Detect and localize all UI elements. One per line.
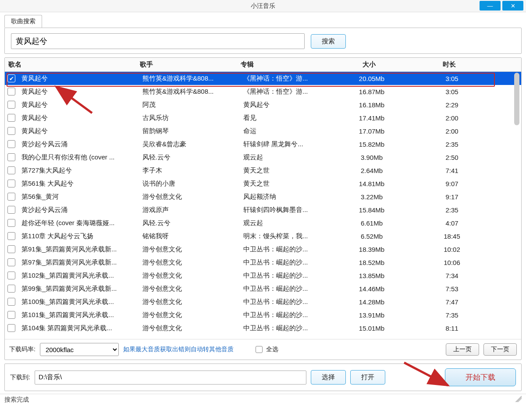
cell-size: 17.41Mb	[333, 112, 411, 124]
col-name[interactable]: 歌名	[5, 58, 136, 71]
select-all-checkbox[interactable]	[256, 346, 263, 353]
table-row[interactable]: 趁你还年轻 (cover 秦海璐薇娅...风轻.云兮观云起6.61Mb4:07	[5, 216, 521, 229]
table-row[interactable]: 黄风起兮留韵钢琴命运17.07Mb2:00	[5, 124, 521, 138]
window-title: 小汪音乐	[251, 2, 275, 10]
cell-name: 黄风起兮	[18, 124, 139, 138]
cell-artist: 游兮创意文化	[139, 243, 240, 256]
cell-artist: 吴欣睿&曾志豪	[139, 138, 240, 151]
row-checkbox[interactable]	[7, 311, 15, 319]
table-row[interactable]: 黄风起兮熊竹英&游戏科学&808...《黑神话：悟空》游...16.87Mb3:…	[5, 85, 521, 98]
cell-name: 黄风起兮	[18, 98, 139, 112]
scrollbar-thumb[interactable]	[514, 73, 519, 125]
cell-name: 黄风起兮	[18, 85, 139, 99]
cell-name: 第97集_第四篇黄河风光承载新...	[18, 256, 139, 269]
row-checkbox[interactable]	[7, 193, 15, 201]
row-checkbox[interactable]	[7, 232, 15, 240]
cell-duration: 2:29	[411, 99, 493, 111]
col-size[interactable]: 大小	[330, 58, 408, 71]
row-checkbox[interactable]	[7, 88, 15, 95]
cell-artist: 风轻.云兮	[139, 216, 240, 230]
cell-name: 第91集_第四篇黄河风光承载新...	[18, 243, 139, 256]
row-checkbox[interactable]	[7, 140, 15, 148]
resize-grip-icon[interactable]	[515, 396, 522, 402]
row-checkbox[interactable]	[7, 166, 15, 174]
row-checkbox[interactable]	[7, 258, 15, 266]
start-download-button[interactable]: 开始下载	[445, 368, 516, 386]
cell-size: 15.84Mb	[333, 204, 411, 216]
row-checkbox[interactable]	[7, 272, 15, 279]
cell-album: 黄天之世	[240, 177, 333, 191]
cell-name: 第100集_第四篇黄河风光承载...	[18, 295, 139, 309]
table-row[interactable]: 第91集_第四篇黄河风光承载新...游兮创意文化中卫丛书：崛起的沙...18.3…	[5, 243, 521, 256]
row-checkbox[interactable]	[7, 324, 15, 332]
cell-size: 6.52Mb	[333, 230, 411, 243]
cell-name: 黄风起兮	[18, 72, 139, 85]
cell-album: 观云起	[240, 216, 333, 230]
tab-search[interactable]: 歌曲搜索	[4, 15, 42, 28]
cell-name: 第110章 大风起兮云飞扬	[18, 229, 139, 243]
row-checkbox[interactable]	[7, 101, 15, 109]
table-row[interactable]: 黄沙起兮风云涌吴欣睿&曾志豪轩辕剑肆 黑龙舞兮...15.82Mb2:35	[5, 138, 521, 151]
cell-artist: 阿茂	[139, 98, 240, 112]
scrollbar[interactable]	[513, 73, 520, 336]
col-duration[interactable]: 时长	[408, 58, 490, 71]
row-checkbox[interactable]	[7, 114, 15, 122]
row-checkbox[interactable]	[7, 127, 15, 135]
table-row[interactable]: 第102集_第四篇黄河风光承载...游兮创意文化中卫丛书：崛起的沙...13.8…	[5, 269, 521, 282]
title-bar: 小汪音乐 — ✕	[0, 0, 526, 12]
close-button[interactable]: ✕	[502, 1, 523, 11]
cell-name: 第102集_第四篇黄河风光承载...	[18, 269, 139, 282]
next-page-button[interactable]: 下一页	[483, 343, 517, 356]
row-checkbox[interactable]	[7, 180, 15, 187]
select-all[interactable]: 全选	[256, 346, 278, 353]
row-checkbox[interactable]	[7, 219, 15, 227]
table-row[interactable]: 第100集_第四篇黄河风光承载...游兮创意文化中卫丛书：崛起的沙...14.2…	[5, 295, 521, 308]
table-row[interactable]: 第727集大风起兮李子木黄天之世2.64Mb7:41	[5, 164, 521, 177]
status-text: 搜索完成	[4, 396, 29, 404]
cell-artist: 说书的小唐	[139, 177, 240, 191]
cell-name: 第99集_第四篇黄河风光承载新...	[18, 282, 139, 296]
table-row[interactable]: 黄风起兮古风乐坊看见17.41Mb2:00	[5, 111, 521, 124]
table-row[interactable]: 第110章 大风起兮云飞扬铭铭我呀明末：馒头榨菜，我...6.52Mb18:45	[5, 229, 521, 243]
cell-artist: 熊竹英&游戏科学&808...	[139, 85, 240, 99]
cell-album: 《黑神话：悟空》游...	[240, 85, 333, 99]
cell-name: 第104集 第四篇黄河风光承载...	[18, 321, 139, 335]
path-input[interactable]	[35, 371, 306, 385]
table-row[interactable]: 我的心里只有你没有他 (cover ...风轻.云兮观云起3.90Mb2:50	[5, 151, 521, 164]
cell-duration: 2:35	[411, 204, 493, 216]
cell-duration: 10:02	[411, 243, 493, 256]
row-checkbox[interactable]	[7, 245, 15, 253]
table-row[interactable]: 第99集_第四篇黄河风光承载新...游兮创意文化中卫丛书：崛起的沙...14.4…	[5, 282, 521, 295]
open-folder-button[interactable]: 打开	[350, 370, 385, 385]
row-checkbox[interactable]	[7, 206, 15, 214]
cell-name: 黄沙起兮风云涌	[18, 203, 139, 217]
row-checkbox[interactable]	[7, 298, 15, 306]
cell-duration: 2:00	[411, 125, 493, 138]
search-panel: 搜索	[4, 28, 522, 54]
cell-album: 轩辕剑四吟枫舞墨音...	[240, 203, 333, 217]
bitrate-select[interactable]: 2000kflac	[40, 343, 119, 356]
tab-bar: 歌曲搜索	[0, 12, 526, 28]
minimize-button[interactable]: —	[480, 1, 501, 11]
row-checkbox[interactable]	[7, 285, 15, 293]
col-artist[interactable]: 歌手	[136, 58, 237, 71]
table-row[interactable]: 第561集 大风起兮说书的小唐黄天之世14.81Mb9:07	[5, 177, 521, 190]
cell-duration: 7:35	[411, 309, 493, 321]
cell-size: 20.05Mb	[333, 72, 411, 85]
table-row[interactable]: 第56集_黄河游兮创意文化风起额济纳3.22Mb9:17	[5, 190, 521, 203]
row-checkbox[interactable]	[7, 74, 15, 82]
table-row[interactable]: 第101集_第四篇黄河风光承载...游兮创意文化中卫丛书：崛起的沙...13.9…	[5, 308, 521, 321]
table-row[interactable]: 黄风起兮阿茂黄风起兮16.18Mb2:29	[5, 98, 521, 111]
prev-page-button[interactable]: 上一页	[446, 343, 479, 356]
table-row[interactable]: 黄风起兮熊竹英&游戏科学&808...《黑神话：悟空》游...20.05Mb3:…	[5, 72, 521, 85]
search-input[interactable]	[11, 33, 305, 49]
row-checkbox[interactable]	[7, 153, 15, 161]
col-album[interactable]: 专辑	[237, 58, 330, 71]
choose-folder-button[interactable]: 选择	[311, 370, 346, 385]
table-row[interactable]: 第97集_第四篇黄河风光承载新...游兮创意文化中卫丛书：崛起的沙...18.5…	[5, 256, 521, 269]
table-row[interactable]: 第104集 第四篇黄河风光承载...游兮创意文化中卫丛书：崛起的沙...15.0…	[5, 321, 521, 335]
cell-album: 《黑神话：悟空》游...	[240, 72, 333, 85]
table-row[interactable]: 黄沙起兮风云涌游戏原声轩辕剑四吟枫舞墨音...15.84Mb2:35	[5, 203, 521, 216]
status-bar: 搜索完成	[0, 394, 526, 406]
search-button[interactable]: 搜索	[311, 34, 346, 49]
